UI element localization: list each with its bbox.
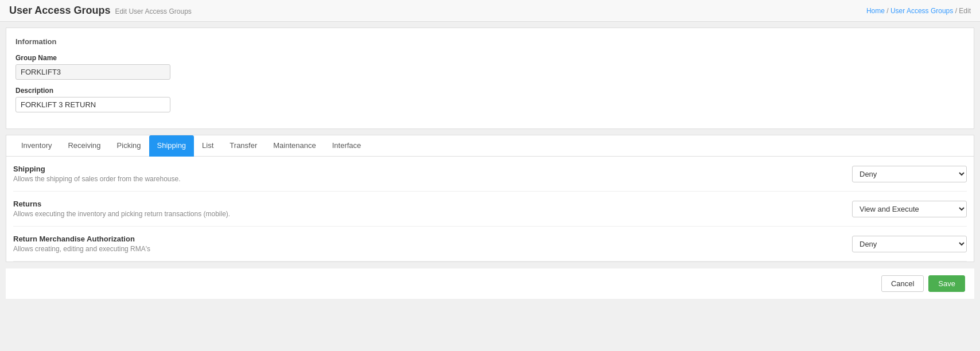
permission-select-1[interactable]: DenyViewView and Execute bbox=[852, 201, 967, 217]
tab-shipping[interactable]: Shipping bbox=[149, 135, 195, 157]
tabs-section: InventoryReceivingPickingShippingListTra… bbox=[6, 135, 974, 262]
permission-row-2: Return Merchandise AuthorizationAllows c… bbox=[13, 227, 967, 262]
breadcrumb-home[interactable]: Home bbox=[866, 7, 885, 15]
breadcrumb-current: Edit bbox=[959, 7, 971, 15]
top-bar: User Access Groups Edit User Access Grou… bbox=[0, 0, 980, 22]
permission-desc-1: Allows executing the inventory and picki… bbox=[13, 210, 852, 218]
permission-select-0[interactable]: DenyViewView and Execute bbox=[852, 166, 967, 182]
tab-picking[interactable]: Picking bbox=[109, 135, 149, 157]
permission-name-2: Return Merchandise Authorization bbox=[13, 235, 852, 243]
permission-rows: ShippingAllows the shipping of sales ord… bbox=[6, 157, 974, 262]
description-input[interactable] bbox=[15, 97, 170, 112]
permission-name-0: Shipping bbox=[13, 165, 852, 173]
cancel-button[interactable]: Cancel bbox=[881, 275, 924, 292]
permission-name-1: Returns bbox=[13, 200, 852, 208]
group-name-label: Group Name bbox=[15, 54, 965, 62]
permission-info-1: ReturnsAllows executing the inventory an… bbox=[13, 200, 852, 218]
permission-row-0: ShippingAllows the shipping of sales ord… bbox=[13, 157, 967, 192]
description-group: Description bbox=[15, 87, 965, 112]
page-title: User Access Groups bbox=[9, 5, 110, 17]
section-header: Information bbox=[15, 37, 965, 46]
group-name-input[interactable] bbox=[15, 64, 170, 80]
footer-buttons: Cancel Save bbox=[6, 268, 974, 299]
content-wrap: Information Group Name Description Inven… bbox=[0, 28, 980, 299]
group-name-group: Group Name bbox=[15, 54, 965, 80]
permission-info-2: Return Merchandise AuthorizationAllows c… bbox=[13, 235, 852, 253]
breadcrumb-section[interactable]: User Access Groups bbox=[890, 7, 953, 15]
permission-select-2[interactable]: DenyViewView and Execute bbox=[852, 236, 967, 252]
permission-info-0: ShippingAllows the shipping of sales ord… bbox=[13, 165, 852, 183]
tab-transfer[interactable]: Transfer bbox=[221, 135, 265, 157]
permission-desc-0: Allows the shipping of sales order from … bbox=[13, 175, 852, 183]
tabs-bar: InventoryReceivingPickingShippingListTra… bbox=[6, 135, 974, 157]
permission-desc-2: Allows creating, editing and executing R… bbox=[13, 245, 852, 253]
tab-maintenance[interactable]: Maintenance bbox=[265, 135, 324, 157]
tab-interface[interactable]: Interface bbox=[324, 135, 370, 157]
breadcrumb: Home / User Access Groups / Edit bbox=[866, 7, 971, 15]
page-subtitle: Edit User Access Groups bbox=[115, 7, 191, 15]
permission-row-1: ReturnsAllows executing the inventory an… bbox=[13, 192, 967, 227]
tab-inventory[interactable]: Inventory bbox=[13, 135, 60, 157]
description-label: Description bbox=[15, 87, 965, 95]
save-button[interactable]: Save bbox=[928, 275, 965, 292]
info-section: Information Group Name Description bbox=[6, 28, 974, 129]
tab-list[interactable]: List bbox=[194, 135, 221, 157]
tab-receiving[interactable]: Receiving bbox=[60, 135, 108, 157]
